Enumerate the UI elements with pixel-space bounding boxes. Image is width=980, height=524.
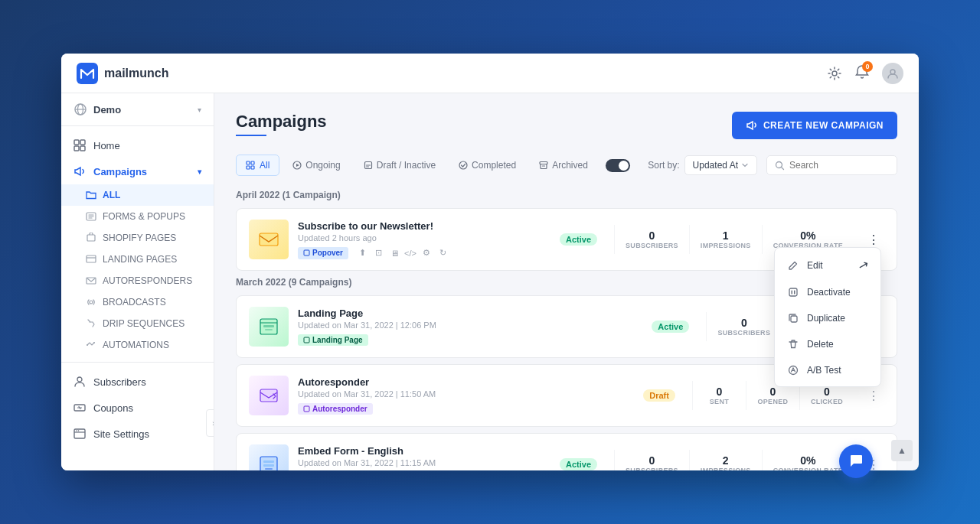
- filter-tab-draft[interactable]: Draft / Inactive: [354, 155, 446, 176]
- sidebar-item-home[interactable]: Home: [61, 132, 214, 158]
- stat-val-embed-sub: 0: [626, 454, 678, 467]
- desktop-icon[interactable]: 🖥: [388, 247, 400, 259]
- status-badge-newsletter: Active: [560, 233, 597, 246]
- stat-lbl-embed-conv: CONVERSION RATE: [773, 467, 843, 470]
- draft-icon: [364, 161, 373, 170]
- avatar[interactable]: [882, 63, 903, 84]
- filter-tab-all[interactable]: All: [236, 155, 279, 176]
- filter-tab-label-archived: Archived: [552, 160, 588, 171]
- scroll-to-top-button[interactable]: ▲: [891, 440, 913, 461]
- svg-point-20: [78, 430, 80, 431]
- filter-tab-label-completed: Completed: [472, 160, 516, 171]
- campaign-thumb-landing: [249, 307, 289, 347]
- subnav-label-shopify: SHOPIFY PAGES: [103, 233, 176, 243]
- sidebar-item-label-home: Home: [93, 140, 120, 151]
- sort-dropdown[interactable]: Updated At: [684, 155, 757, 175]
- context-menu-deactivate[interactable]: Deactivate: [775, 279, 880, 305]
- campaign-card-embed: Embed Form - English Updated on Mar 31, …: [236, 433, 897, 470]
- copy2-icon[interactable]: ⊡: [372, 247, 384, 259]
- sidebar-item-subscribers[interactable]: Subscribers: [61, 369, 214, 395]
- campaign-updated-landing: Updated on Mar 31, 2022 | 12:06 PM: [298, 321, 642, 330]
- duplicate-label: Duplicate: [807, 313, 845, 324]
- campaign-tags-landing: Landing Page: [298, 334, 642, 346]
- toggle-knob: [619, 161, 629, 171]
- refresh-icon[interactable]: ↻: [436, 247, 449, 259]
- stats-embed: 0 SUBSCRIBERS 2 IMPRESSIONS 0% CONVERSIO…: [614, 450, 854, 470]
- svg-rect-28: [540, 162, 547, 164]
- megaphone-create-icon: [746, 119, 758, 132]
- subnav-label-forms: FORMS & POPUPS: [103, 211, 185, 222]
- share-icon[interactable]: ⬆: [356, 247, 368, 259]
- context-menu: Edit ↗ Dea: [774, 247, 881, 387]
- campaign-name-autoresponder: Autoresponder: [298, 376, 634, 388]
- stat-val-subscribers: 0: [626, 229, 678, 242]
- broadcasts-icon: [86, 297, 96, 308]
- pause-menu-icon: [787, 286, 799, 298]
- status-badge-autoresponder: Draft: [643, 389, 675, 402]
- sidebar-item-broadcasts[interactable]: BROADCASTS: [61, 291, 214, 313]
- top-bar-right: 0: [827, 63, 903, 84]
- stat-impressions: 1 IMPRESSIONS: [689, 225, 762, 254]
- context-menu-abtest[interactable]: A/B Test: [775, 357, 880, 383]
- campaign-thumb-autoresponder: [249, 376, 289, 415]
- sidebar-item-drip[interactable]: DRIP SEQUENCES: [61, 313, 214, 334]
- context-menu-edit[interactable]: Edit ↗: [775, 251, 880, 279]
- settings2-icon[interactable]: ⚙: [420, 247, 433, 259]
- megaphone-icon: [74, 165, 86, 177]
- svg-rect-22: [251, 161, 254, 164]
- svg-rect-6: [80, 140, 85, 145]
- sidebar-item-landing[interactable]: LANDING PAGES: [61, 249, 214, 270]
- svg-point-16: [77, 377, 82, 382]
- filter-tab-archived[interactable]: Archived: [529, 155, 598, 176]
- shopify-icon: [86, 233, 96, 243]
- stat-val-impressions: 1: [701, 229, 751, 242]
- svg-rect-49: [263, 464, 274, 467]
- more-button-autoresponder[interactable]: ⋮: [863, 385, 884, 406]
- sidebar-item-shopify[interactable]: SHOPIFY PAGES: [61, 227, 214, 249]
- sidebar-item-coupons[interactable]: Coupons: [61, 395, 214, 421]
- code-icon[interactable]: </>: [404, 247, 416, 259]
- sidebar-item-autoresponders[interactable]: AUTORESPONDERS: [61, 270, 214, 291]
- stat-val-clicked: 0: [811, 386, 843, 398]
- svg-point-14: [87, 344, 88, 346]
- chevron-down-icon: ▾: [198, 106, 201, 114]
- notifications[interactable]: 0: [854, 64, 870, 83]
- svg-rect-5: [74, 140, 79, 145]
- search-input[interactable]: [789, 160, 889, 171]
- chat-support-button[interactable]: [839, 444, 873, 478]
- sidebar-item-all[interactable]: ALL: [61, 184, 214, 206]
- filter-tab-ongoing[interactable]: Ongoing: [283, 155, 350, 176]
- stat-val-conversion: 0%: [773, 229, 843, 242]
- sidebar-item-automations[interactable]: AUTOMATIONS: [61, 334, 214, 356]
- stat-lbl-subscribers: SUBSCRIBERS: [626, 242, 678, 249]
- site-settings-icon: [74, 428, 86, 440]
- svg-rect-34: [792, 291, 793, 295]
- sidebar-item-label-subscribers: Subscribers: [93, 376, 146, 388]
- context-menu-duplicate[interactable]: Duplicate: [775, 305, 880, 331]
- automations-icon: [86, 340, 96, 350]
- sidebar-item-site-settings[interactable]: Site Settings: [61, 421, 214, 447]
- archived-icon: [539, 161, 548, 170]
- chevron-icon: [741, 161, 749, 169]
- create-campaign-button[interactable]: CREATE NEW CAMPAIGN: [732, 112, 897, 139]
- campaign-name-embed: Embed Form - English: [298, 445, 550, 457]
- context-menu-delete[interactable]: Delete: [775, 331, 880, 357]
- search-box[interactable]: [766, 155, 897, 175]
- stat-val-landing-sub: 0: [717, 317, 770, 329]
- sidebar-item-forms[interactable]: FORMS & POPUPS: [61, 206, 214, 227]
- archived-toggle[interactable]: [606, 159, 630, 172]
- forms-icon: [86, 211, 96, 222]
- page-title-group: Campaigns: [236, 112, 327, 136]
- section-april-2022: April 2022 (1 Campaign) Subscribe to our…: [236, 190, 897, 271]
- filter-tab-completed[interactable]: Completed: [449, 155, 526, 176]
- campaign-updated-newsletter: Updated 2 hours ago: [298, 233, 550, 242]
- campaign-updated-embed: Updated on Mar 31, 2022 | 11:15 AM: [298, 458, 550, 467]
- settings-icon[interactable]: [827, 66, 842, 81]
- sidebar-collapse-button[interactable]: ›: [206, 409, 214, 437]
- sidebar-item-campaigns[interactable]: Campaigns ▾: [61, 158, 214, 184]
- workspace-selector[interactable]: Demo ▾: [61, 93, 214, 126]
- stat-embed-subscribers: 0 SUBSCRIBERS: [614, 450, 689, 470]
- svg-rect-18: [74, 429, 85, 438]
- stat-lbl-landing-sub: SUBSCRIBERS: [717, 329, 770, 337]
- user-icon: [887, 67, 899, 80]
